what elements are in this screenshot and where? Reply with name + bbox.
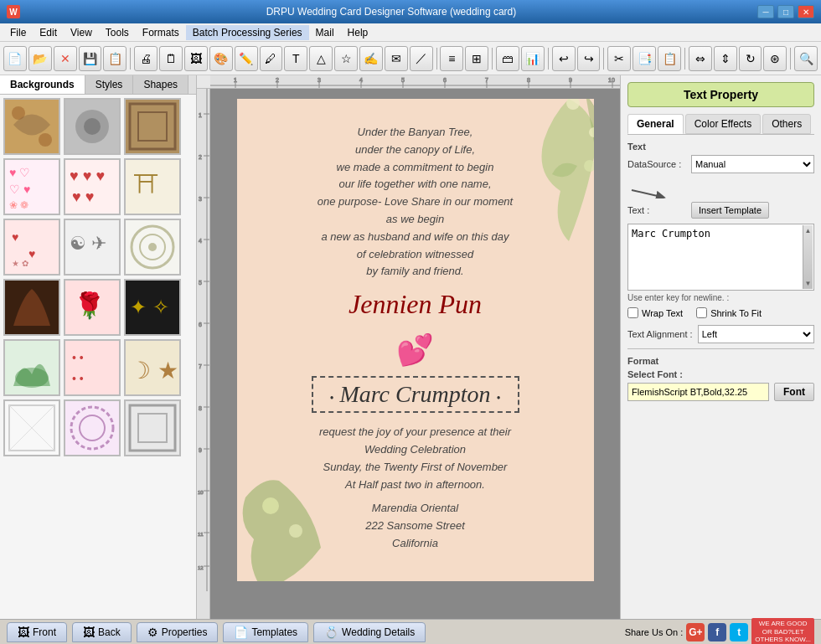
gallery-item[interactable]: ♥ ♡♡ ♥❀ ❁ bbox=[3, 158, 60, 215]
menu-mail[interactable]: Mail bbox=[309, 25, 341, 40]
gallery-item[interactable] bbox=[3, 98, 60, 155]
tb-open[interactable]: 📂 bbox=[28, 46, 52, 71]
insert-template-button[interactable]: Insert Template bbox=[691, 202, 769, 219]
gallery-item[interactable]: ☯ ✈ bbox=[64, 219, 121, 276]
tb-img1[interactable]: 🖼 bbox=[184, 46, 208, 71]
tb-align1[interactable]: ≡ bbox=[440, 46, 463, 71]
gallery-item[interactable] bbox=[124, 98, 181, 155]
tb-pencil[interactable]: 🖊 bbox=[260, 46, 283, 71]
card-name1: Jennien Pun bbox=[349, 289, 482, 320]
tb-flip-v[interactable]: ⇕ bbox=[714, 46, 737, 71]
card-canvas[interactable]: Under the Banyan Tree, under the canopy … bbox=[235, 97, 596, 583]
tb-paste[interactable]: 📋 bbox=[658, 46, 681, 71]
gallery-item[interactable]: ♥ ♥ ♥♥ ♥ bbox=[64, 158, 121, 215]
font-button[interactable]: Font bbox=[774, 383, 814, 401]
gallery-item[interactable] bbox=[3, 339, 60, 396]
prop-tab-others[interactable]: Others bbox=[762, 114, 811, 134]
share-twitter-icon[interactable]: t bbox=[730, 623, 748, 641]
scroll-up-icon[interactable]: ▲ bbox=[805, 227, 812, 234]
gallery-item[interactable]: 🌹 bbox=[64, 279, 121, 336]
gallery-item[interactable]: ⛩ bbox=[124, 158, 181, 215]
tb-new[interactable]: 📄 bbox=[3, 46, 27, 71]
tb-line[interactable]: ／ bbox=[410, 46, 433, 71]
maximize-button[interactable]: □ bbox=[777, 5, 794, 18]
tb-zoom-in[interactable]: 🔍 bbox=[794, 46, 818, 71]
menu-help[interactable]: Help bbox=[341, 25, 375, 40]
prop-tab-general[interactable]: General bbox=[627, 114, 684, 134]
tab-shapes[interactable]: Shapes bbox=[133, 75, 188, 94]
tab-templates[interactable]: 📄 Templates bbox=[223, 622, 308, 642]
tb-copy[interactable]: 📑 bbox=[633, 46, 656, 71]
svg-rect-6 bbox=[126, 100, 179, 153]
menu-tools[interactable]: Tools bbox=[99, 25, 136, 40]
tb-save-as[interactable]: 📋 bbox=[103, 46, 127, 71]
tab-styles[interactable]: Styles bbox=[85, 75, 134, 94]
datasource-select[interactable]: Manual bbox=[691, 155, 814, 173]
tb-shape[interactable]: △ bbox=[309, 46, 333, 71]
menu-file[interactable]: File bbox=[3, 25, 33, 40]
close-button[interactable]: ✕ bbox=[798, 5, 814, 18]
tb-email[interactable]: ✉ bbox=[385, 46, 408, 71]
tb-signature[interactable]: ✍ bbox=[359, 46, 383, 71]
gallery-item[interactable] bbox=[3, 279, 60, 336]
textarea-wrapper: Marc Crumpton ▲ ▼ bbox=[627, 224, 814, 293]
tb-text[interactable]: T bbox=[284, 46, 307, 71]
tb-print[interactable]: 🖨 bbox=[134, 46, 157, 71]
svg-text:10: 10 bbox=[198, 490, 204, 495]
flower-bottom-decoration bbox=[235, 464, 329, 583]
gallery-item[interactable]: ♥♥★ ✿ bbox=[3, 219, 60, 276]
tb-db1[interactable]: 🗃 bbox=[496, 46, 519, 71]
tb-cut[interactable]: ✂ bbox=[607, 46, 631, 71]
tb-align2[interactable]: ⊞ bbox=[465, 46, 488, 71]
menu-formats[interactable]: Formats bbox=[136, 25, 186, 40]
tab-properties[interactable]: ⚙ Properties bbox=[137, 622, 219, 642]
wrap-text-checkbox[interactable] bbox=[627, 307, 638, 318]
gallery-item[interactable]: ☽ ★ bbox=[124, 339, 181, 396]
text-alignment-select[interactable]: Left Center Right bbox=[698, 325, 814, 343]
sep7 bbox=[790, 48, 791, 70]
svg-text:1: 1 bbox=[234, 77, 237, 83]
properties-icon: ⚙ bbox=[147, 626, 158, 639]
textarea-scrollbar[interactable]: ▲ ▼ bbox=[803, 225, 813, 289]
gallery-item[interactable] bbox=[124, 399, 181, 456]
share-facebook-icon[interactable]: f bbox=[708, 623, 726, 641]
gallery-item[interactable] bbox=[64, 98, 121, 155]
tb-print2[interactable]: 🗒 bbox=[159, 46, 183, 71]
tab-back[interactable]: 🖼 Back bbox=[72, 622, 132, 642]
tb-pen[interactable]: ✏️ bbox=[235, 46, 258, 71]
menu-batch-processing[interactable]: Batch Processing Series bbox=[186, 25, 309, 40]
tb-img2[interactable]: 🎨 bbox=[209, 46, 233, 71]
tb-undo[interactable]: ↩ bbox=[552, 46, 576, 71]
tb-redo[interactable]: ↪ bbox=[577, 46, 601, 71]
scroll-down-icon[interactable]: ▼ bbox=[805, 280, 812, 287]
minimize-button[interactable]: ─ bbox=[757, 5, 774, 18]
tab-front[interactable]: 🖼 Front bbox=[7, 622, 67, 642]
tb-arrange[interactable]: ⊛ bbox=[763, 46, 787, 71]
prop-tab-color-effects[interactable]: Color Effects bbox=[685, 114, 761, 134]
menu-view[interactable]: View bbox=[64, 25, 99, 40]
bad-or-good-badge[interactable]: WE ARE GOODOR BAD?LETOTHERS KNOW... bbox=[751, 618, 814, 644]
tb-flip-h[interactable]: ⇔ bbox=[689, 46, 712, 71]
gallery-item[interactable] bbox=[64, 399, 121, 456]
share-google-icon[interactable]: G+ bbox=[686, 623, 705, 641]
svg-text:7: 7 bbox=[485, 77, 488, 83]
text-content-input[interactable]: Marc Crumpton bbox=[627, 224, 814, 291]
tab-backgrounds[interactable]: Backgrounds bbox=[0, 75, 85, 94]
gallery-item[interactable]: ✦ ✧ bbox=[124, 279, 181, 336]
menu-edit[interactable]: Edit bbox=[33, 25, 64, 40]
card-name2[interactable]: • Marc Crumpton • bbox=[312, 376, 519, 413]
tb-flip3[interactable]: ↻ bbox=[739, 46, 762, 71]
canvas-main[interactable]: Under the Banyan Tree, under the canopy … bbox=[210, 89, 620, 619]
font-value-input[interactable] bbox=[627, 383, 769, 401]
tb-close[interactable]: ✕ bbox=[54, 46, 77, 71]
tab-wedding-details[interactable]: 💍 Wedding Details bbox=[313, 622, 426, 642]
gallery-item[interactable]: • •• • bbox=[64, 339, 121, 396]
svg-point-2 bbox=[39, 133, 52, 147]
gallery-item[interactable] bbox=[124, 219, 181, 276]
tb-db2[interactable]: 📊 bbox=[521, 46, 545, 71]
svg-text:8: 8 bbox=[527, 77, 530, 83]
gallery-item[interactable] bbox=[3, 399, 60, 456]
tb-star[interactable]: ☆ bbox=[334, 46, 358, 71]
tb-save[interactable]: 💾 bbox=[79, 46, 102, 71]
shrink-fit-checkbox[interactable] bbox=[696, 307, 707, 318]
